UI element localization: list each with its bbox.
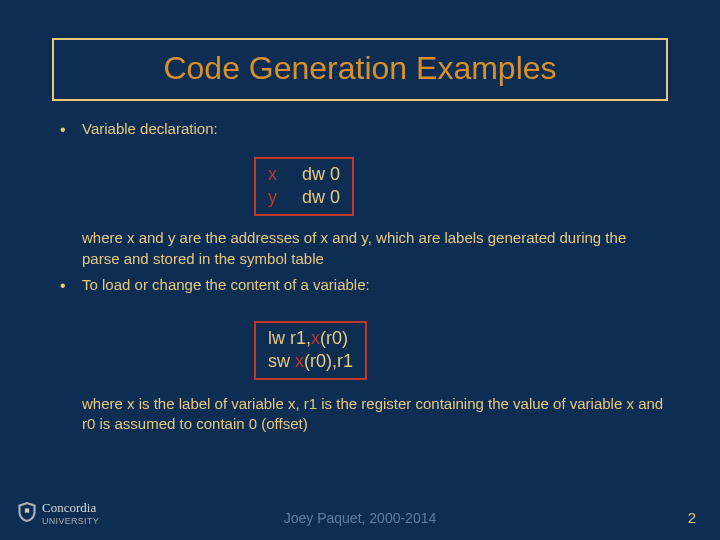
explanation-text: where x and y are the addresses of x and…	[82, 228, 666, 269]
code-line: sw x(r0),r1	[268, 350, 353, 373]
bullet-load-change: To load or change the content of a varia…	[54, 275, 666, 295]
code-text: (r0),r1	[304, 351, 353, 371]
bullet-variable-declaration: Variable declaration:	[54, 119, 666, 139]
explanation-text: where x is the label of variable x, r1 i…	[82, 394, 666, 435]
code-text: sw	[268, 351, 295, 371]
code-text: (r0)	[320, 328, 348, 348]
code-text: dw 0	[302, 187, 340, 207]
code-symbol-y: y	[268, 187, 277, 207]
code-line: y dw 0	[268, 186, 340, 209]
code-symbol-x: x	[295, 351, 304, 371]
slide-title: Code Generation Examples	[54, 50, 666, 87]
code-symbol-x: x	[268, 164, 277, 184]
page-number: 2	[688, 509, 696, 526]
code-line: x dw 0	[268, 163, 340, 186]
title-box: Code Generation Examples	[52, 38, 668, 101]
slide-content: Variable declaration: x dw 0 y dw 0 wher…	[54, 119, 666, 435]
code-symbol-x: x	[311, 328, 320, 348]
footer-credit: Joey Paquet, 2000-2014	[0, 510, 720, 526]
code-box-declaration: x dw 0 y dw 0	[254, 157, 354, 216]
code-line: lw r1,x(r0)	[268, 327, 353, 350]
code-box-loadstore: lw r1,x(r0) sw x(r0),r1	[254, 321, 367, 380]
code-text: lw r1,	[268, 328, 311, 348]
code-text: dw 0	[302, 164, 340, 184]
